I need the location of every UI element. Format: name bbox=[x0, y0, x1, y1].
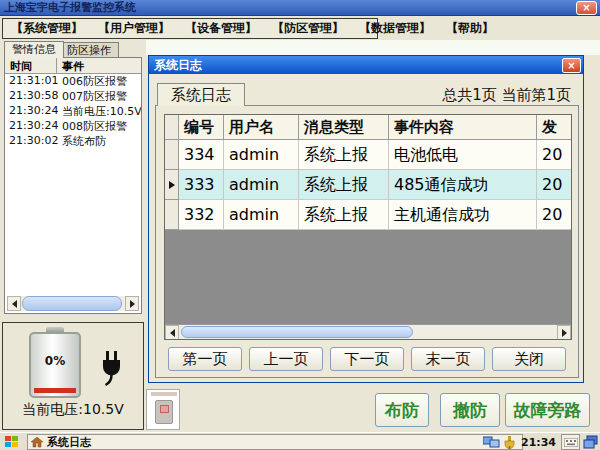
cell-user: admin bbox=[224, 170, 299, 200]
window-title: 上海宝宇电子报警监控系统 bbox=[4, 1, 136, 14]
col-header-time: 时间 bbox=[5, 58, 57, 73]
start-button[interactable] bbox=[5, 436, 18, 448]
grid-hscrollbar[interactable] bbox=[165, 324, 571, 339]
power-plug-icon bbox=[99, 349, 125, 393]
cell-user: admin bbox=[224, 200, 299, 230]
alarm-device-icon bbox=[155, 400, 173, 424]
first-page-button[interactable]: 第一页 bbox=[168, 347, 242, 371]
event-text: 007防区报警 bbox=[57, 89, 141, 104]
list-item[interactable]: 21:31:01 006防区报警 bbox=[5, 74, 141, 89]
taskbar-item-label: 系统日志 bbox=[47, 435, 91, 450]
dialog-tab-label: 系统日志 bbox=[171, 86, 231, 104]
window-titlebar: 上海宝宇电子报警监控系统 bbox=[0, 0, 600, 16]
last-page-button[interactable]: 末一页 bbox=[411, 347, 485, 371]
col-header-time: 发 bbox=[537, 115, 571, 140]
dialog-title: 系统日志 bbox=[154, 58, 202, 72]
scroll-right-icon[interactable] bbox=[125, 296, 139, 311]
close-icon: × bbox=[567, 60, 575, 71]
event-time: 21:30:02 bbox=[5, 134, 57, 149]
tab-alarm-info[interactable]: 警情信息 bbox=[4, 41, 64, 58]
dialog-tab-system-log[interactable]: 系统日志 bbox=[157, 83, 245, 106]
cell-type: 系统上报 bbox=[299, 170, 389, 200]
scroll-left-icon[interactable] bbox=[7, 296, 21, 311]
alarm-event-list: 时间 事件 21:31:01 006防区报警 21:30:58 007防区报警 … bbox=[4, 57, 142, 314]
cell-content: 主机通信成功 bbox=[389, 200, 537, 230]
system-log-dialog: 系统日志 × 系统日志 总共1页 当前第1页 编号 用户名 消息类型 事件内容 … bbox=[148, 55, 584, 383]
home-icon bbox=[31, 437, 43, 448]
scroll-right-icon[interactable] bbox=[557, 325, 571, 340]
event-text: 当前电压:10.5V bbox=[57, 104, 141, 119]
col-header-type: 消息类型 bbox=[299, 115, 389, 140]
list-item[interactable]: 21:30:02 系统布防 bbox=[5, 134, 141, 149]
list-item[interactable]: 21:30:24 当前电压:10.5V bbox=[5, 104, 141, 119]
event-text: 系统布防 bbox=[57, 134, 141, 149]
menu-bar: 【系统管理】 【用户管理】 【设备管理】 【防区管理】 【数据管理】 【帮助】 bbox=[2, 18, 378, 39]
dialog-close-button[interactable]: × bbox=[562, 58, 581, 73]
connection-plug-icon[interactable] bbox=[503, 436, 516, 449]
battery-level-bar bbox=[34, 388, 76, 393]
scrollbar-thumb[interactable] bbox=[22, 296, 122, 311]
close-dialog-button[interactable]: 关闭 bbox=[492, 347, 566, 371]
log-grid: 编号 用户名 消息类型 事件内容 发 334 admin 系统上报 电池低电 2… bbox=[164, 114, 572, 340]
event-time: 21:31:01 bbox=[5, 74, 57, 89]
list-item[interactable]: 21:30:24 008防区报警 bbox=[5, 119, 141, 134]
table-row[interactable]: 334 admin 系统上报 电池低电 20 bbox=[165, 140, 571, 170]
battery-percent: 0% bbox=[31, 354, 79, 368]
row-selector bbox=[165, 200, 179, 230]
arm-button[interactable]: 布防 bbox=[375, 393, 429, 427]
menu-system[interactable]: 【系统管理】 bbox=[11, 20, 83, 37]
menu-data[interactable]: 【数据管理】 bbox=[359, 20, 431, 37]
battery-panel: 0% 当前电压:10.5V bbox=[2, 322, 144, 430]
tab-zone-operate[interactable]: 防区操作 bbox=[59, 42, 119, 58]
event-time: 21:30:24 bbox=[5, 119, 57, 134]
cell-type: 系统上报 bbox=[299, 140, 389, 170]
battery-icon: 0% bbox=[29, 332, 81, 398]
app-window: { "window": { "title": "上海宝宇电子报警监控系统", "… bbox=[0, 0, 600, 450]
cell-id: 333 bbox=[179, 170, 224, 200]
prev-page-button[interactable]: 上一页 bbox=[249, 347, 323, 371]
col-header-content: 事件内容 bbox=[389, 115, 537, 140]
menu-zone[interactable]: 【防区管理】 bbox=[272, 20, 344, 37]
next-page-button[interactable]: 下一页 bbox=[330, 347, 404, 371]
scroll-left-icon[interactable] bbox=[165, 325, 179, 340]
menu-help[interactable]: 【帮助】 bbox=[446, 20, 494, 37]
log-grid-header: 编号 用户名 消息类型 事件内容 发 bbox=[165, 115, 571, 140]
window-switcher-icon[interactable] bbox=[583, 435, 598, 450]
cell-time: 20 bbox=[537, 140, 571, 170]
col-header-event: 事件 bbox=[57, 58, 141, 73]
keyboard-icon[interactable] bbox=[561, 434, 580, 450]
table-row-selected[interactable]: 333 admin 系统上报 485通信成功 20 bbox=[165, 170, 571, 200]
menu-device[interactable]: 【设备管理】 bbox=[185, 20, 257, 37]
dialog-tab-page: 编号 用户名 消息类型 事件内容 发 334 admin 系统上报 电池低电 2… bbox=[155, 105, 579, 378]
device-thumbnail bbox=[146, 389, 180, 430]
pagination-row: 第一页 上一页 下一页 末一页 关闭 bbox=[156, 347, 578, 371]
page-info: 总共1页 当前第1页 bbox=[442, 86, 571, 105]
voltage-label: 当前电压:10.5V bbox=[3, 401, 143, 419]
window-close-button[interactable]: × bbox=[576, 1, 597, 15]
client-background-strip bbox=[146, 40, 600, 55]
cell-user: admin bbox=[224, 140, 299, 170]
row-selector-arrow-icon bbox=[165, 170, 179, 200]
cell-type: 系统上报 bbox=[299, 200, 389, 230]
event-text: 008防区报警 bbox=[57, 119, 141, 134]
windows-logo-icon bbox=[5, 436, 11, 441]
network-icon[interactable] bbox=[483, 436, 500, 449]
cell-content: 485通信成功 bbox=[389, 170, 537, 200]
system-tray: 21:34 bbox=[483, 434, 598, 450]
taskbar-item-system-log[interactable]: 系统日志 bbox=[27, 434, 523, 450]
col-header-id: 编号 bbox=[179, 115, 224, 140]
menu-user[interactable]: 【用户管理】 bbox=[98, 20, 170, 37]
fault-bypass-button[interactable]: 故障旁路 bbox=[505, 393, 590, 427]
event-list-hscrollbar[interactable] bbox=[7, 296, 139, 311]
list-item[interactable]: 21:30:58 007防区报警 bbox=[5, 89, 141, 104]
event-time: 21:30:58 bbox=[5, 89, 57, 104]
table-row[interactable]: 332 admin 系统上报 主机通信成功 20 bbox=[165, 200, 571, 230]
dialog-titlebar: 系统日志 bbox=[149, 56, 583, 74]
scrollbar-thumb[interactable] bbox=[181, 326, 413, 338]
disarm-button[interactable]: 撤防 bbox=[440, 393, 500, 427]
row-selector bbox=[165, 140, 179, 170]
tab-alarm-info-label: 警情信息 bbox=[12, 43, 56, 56]
event-text: 006防区报警 bbox=[57, 74, 141, 89]
row-selector-header bbox=[165, 115, 179, 140]
cell-id: 334 bbox=[179, 140, 224, 170]
